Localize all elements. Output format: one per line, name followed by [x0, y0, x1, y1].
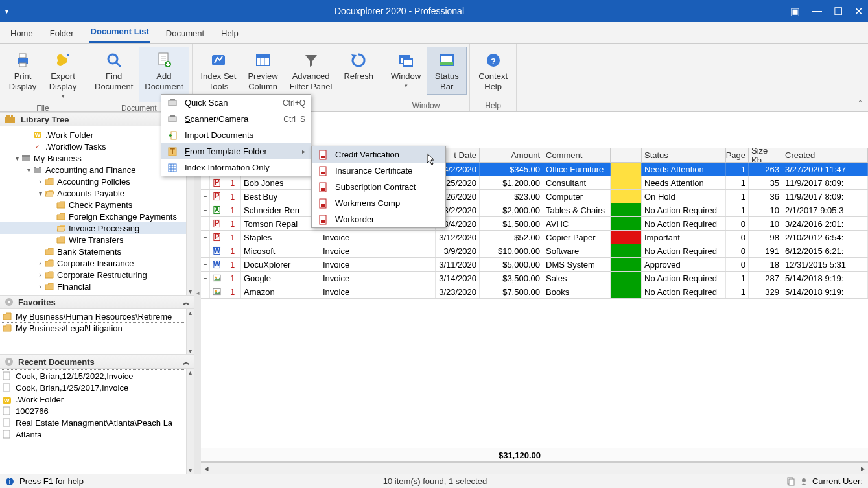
- expand-icon[interactable]: +: [201, 258, 210, 271]
- scroll-right-icon[interactable]: ▸: [858, 463, 868, 473]
- col-pages[interactable]: Page: [726, 148, 749, 162]
- favorites-list[interactable]: My Business\Human Resources\RetiremeMy B…: [0, 309, 194, 354]
- menu-item-scanner-camera[interactable]: Scanner/CameraCtrl+S: [161, 111, 311, 127]
- tree-node[interactable]: ›Financial: [0, 281, 194, 292]
- close-button[interactable]: ✕: [854, 5, 863, 17]
- table-row[interactable]: +W1DocuXplorerInvoice3/11/2020$5,000.00D…: [201, 258, 868, 272]
- tree-node[interactable]: Check Payments: [0, 199, 194, 211]
- template-item-insurance-certificate[interactable]: Insurance Certificate: [312, 163, 445, 179]
- tree-twisty-icon[interactable]: ▾: [36, 190, 44, 197]
- menu-folder[interactable]: Folder: [49, 25, 75, 43]
- menu-item-index-information-only[interactable]: Index Information Only: [161, 159, 311, 176]
- maximize-button[interactable]: ☐: [834, 5, 843, 17]
- menu-item-import-documents[interactable]: Import Documents: [161, 127, 311, 143]
- col-comment[interactable]: Comment: [543, 148, 611, 162]
- recent-item[interactable]: Cook, Brian,1/25/2017,Invoice: [0, 382, 194, 393]
- table-row[interactable]: +W1MicosoftInvoice3/9/2020$10,000.00Soft…: [201, 244, 868, 258]
- tree-node[interactable]: Wire Transfers: [0, 234, 194, 246]
- table-row[interactable]: +1GoogleInvoice3/14/2020$3,500.00SalesNo…: [201, 272, 868, 285]
- tree-twisty-icon[interactable]: ›: [36, 283, 44, 290]
- ribbon-collapse-icon[interactable]: ˆ: [859, 100, 862, 109]
- tree-node[interactable]: ›Corporate Insurance: [0, 257, 194, 269]
- expand-icon[interactable]: +: [201, 272, 210, 285]
- tree-twisty-icon[interactable]: ▾: [25, 167, 32, 174]
- recent-item[interactable]: Cook, Brian,12/15/2022,Invoice: [0, 370, 194, 382]
- table-row[interactable]: +P1Tomson Repai3/4/2020$1,500.00AVHCNo A…: [201, 217, 868, 231]
- doc-icon: [3, 371, 13, 380]
- svg-text:P: P: [214, 178, 219, 187]
- recent-list[interactable]: Cook, Brian,12/15/2022,InvoiceCook, Bria…: [0, 369, 194, 474]
- ribbon-find-button[interactable]: FindDocument: [89, 47, 139, 95]
- svg-rect-43: [3, 372, 10, 380]
- scroll-left-icon[interactable]: ◂: [201, 463, 211, 473]
- fav-scrollbar[interactable]: ▴ ▾: [186, 309, 194, 354]
- expand-icon[interactable]: +: [201, 190, 210, 203]
- tree-node[interactable]: ›Accounting Policies: [0, 176, 194, 187]
- menu-home[interactable]: Home: [9, 25, 34, 43]
- expand-icon[interactable]: +: [201, 244, 210, 257]
- col-size[interactable]: Size Kb: [749, 148, 782, 162]
- favorite-item[interactable]: My Business\Human Resources\Retireme: [0, 310, 194, 322]
- expand-icon[interactable]: +: [201, 285, 210, 298]
- status-color: [611, 176, 642, 189]
- expand-icon[interactable]: +: [201, 231, 210, 244]
- svg-rect-18: [257, 55, 270, 58]
- template-item-credit-verfication[interactable]: Credit Verfication: [312, 146, 445, 163]
- recent-item[interactable]: 1002766: [0, 405, 194, 417]
- table-row[interactable]: +P1Best Buy2/26/2020$23.00ComputerOn Hol…: [201, 190, 868, 203]
- menu-document-list[interactable]: Document List: [89, 23, 150, 43]
- grid-h-scrollbar[interactable]: ◂ ▸: [201, 462, 868, 474]
- favorite-item[interactable]: My Business\Legal\Litigation: [0, 322, 194, 334]
- tree-twisty-icon[interactable]: ›: [36, 272, 44, 279]
- table-row[interactable]: +P1StaplesInvoice3/12/2020$52.00Copier P…: [201, 231, 868, 244]
- recent-item[interactable]: W.Work Folder: [0, 393, 194, 405]
- template-item-workmens-comp[interactable]: Workmens Comp: [312, 195, 445, 211]
- tree-node[interactable]: Invoice Processing: [0, 222, 194, 234]
- recent-item[interactable]: Real Estate Managment\Atlanta\Peach La: [0, 417, 194, 428]
- recent-item[interactable]: Atlanta: [0, 428, 194, 440]
- ribbon-options-icon[interactable]: ▣: [790, 5, 800, 17]
- ribbon-context-button[interactable]: ?ContextHelp: [473, 47, 513, 95]
- template-folder-submenu[interactable]: Credit VerficationInsurance CertificateS…: [311, 146, 446, 228]
- table-row[interactable]: +1AmazonInvoice3/23/2020$7,500.00BooksNo…: [201, 285, 868, 299]
- ribbon-status-button[interactable]: StatusBar: [427, 47, 467, 95]
- ribbon-refresh-button[interactable]: Refresh: [338, 47, 379, 84]
- expand-icon[interactable]: +: [201, 217, 210, 230]
- tree-twisty-icon[interactable]: ›: [36, 178, 44, 185]
- recent-header[interactable]: Recent Documents ︽: [0, 354, 194, 369]
- table-row[interactable]: +P1Bob Jones2/25/2020$1,200.00Consultant…: [201, 176, 868, 190]
- template-item-subscription-contract[interactable]: Subscription Contract: [312, 179, 445, 195]
- ribbon-export-button[interactable]: ExportDisplay▾: [43, 47, 83, 102]
- menu-help[interactable]: Help: [220, 25, 240, 43]
- menu-item-from-template-folder[interactable]: TFrom Template Folder▸: [161, 143, 311, 159]
- ribbon-window-button[interactable]: Window▾: [385, 47, 427, 92]
- table-row[interactable]: +X1Schneider Ren3/2/2020$2,000.00Tables …: [201, 203, 868, 217]
- chevron-up-icon[interactable]: ︽: [183, 297, 190, 307]
- tree-twisty-icon[interactable]: ▾: [13, 155, 21, 162]
- template-item-workorder[interactable]: Workorder: [312, 211, 445, 227]
- col-status[interactable]: Status: [642, 148, 726, 162]
- minimize-button[interactable]: —: [812, 5, 822, 17]
- col-created[interactable]: Created: [782, 148, 868, 162]
- app-title: Docuxplorer 2020 - Professional: [8, 6, 790, 16]
- grid-rows[interactable]: +P14/2/2020$345.00Office FurnitureNeeds …: [201, 163, 868, 299]
- doc-count-icon: [786, 477, 795, 486]
- tree-twisty-icon[interactable]: ›: [36, 260, 44, 267]
- favorites-header[interactable]: Favorites ︽: [0, 295, 194, 309]
- tree-node[interactable]: Foreign Exchange Payments: [0, 211, 194, 222]
- chevron-up-icon[interactable]: ︽: [183, 357, 190, 367]
- tree-node[interactable]: ▾Accounts Payable: [0, 187, 194, 199]
- add-document-menu[interactable]: Quick ScanCtrl+QScanner/CameraCtrl+SImpo…: [161, 94, 311, 176]
- menu-document[interactable]: Document: [165, 25, 205, 43]
- expand-icon[interactable]: +: [201, 203, 210, 216]
- menu-item-quick-scan[interactable]: Quick ScanCtrl+Q: [161, 95, 311, 111]
- ribbon-advanced-button[interactable]: AdvancedFilter Panel: [284, 47, 338, 95]
- ribbon-print-button[interactable]: PrintDisplay: [3, 47, 43, 95]
- svg-rect-16: [212, 55, 225, 65]
- rec-scrollbar[interactable]: ▴ ▾: [186, 369, 194, 474]
- col-amount[interactable]: Amount: [480, 148, 543, 162]
- expand-icon[interactable]: +: [201, 176, 210, 189]
- tree-node[interactable]: Bank Statements: [0, 246, 194, 257]
- tree-node[interactable]: ›Corporate Restructuring: [0, 269, 194, 281]
- svg-point-5: [57, 60, 64, 66]
